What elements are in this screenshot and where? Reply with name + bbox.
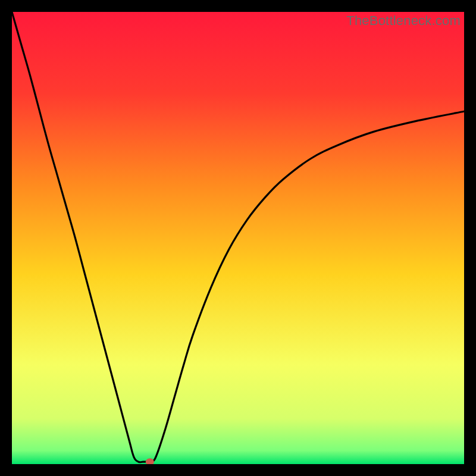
- watermark-text: TheBottleneck.com: [346, 13, 461, 29]
- chart-frame: TheBottleneck.com: [12, 12, 464, 464]
- gradient-background: [12, 12, 464, 464]
- bottleneck-chart: [12, 12, 464, 464]
